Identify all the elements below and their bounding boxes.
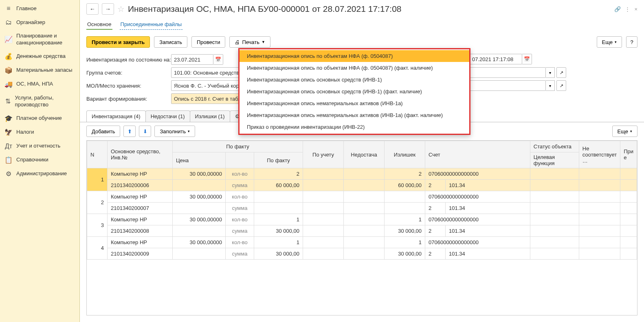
cell-mismatch[interactable] — [579, 168, 620, 180]
sidebar-item-4[interactable]: 📦Материальные запасы — [0, 64, 79, 77]
cell-fact-qty[interactable]: 1 — [254, 237, 303, 248]
cell-asset-inv[interactable]: 2101340200007 — [108, 203, 173, 214]
col-price[interactable]: Цена — [173, 152, 226, 168]
cell-over-qty[interactable]: 2 — [385, 168, 425, 180]
cell-code[interactable]: 07060000000000000 — [425, 168, 530, 180]
cell-acct-sum[interactable] — [303, 248, 344, 260]
cell-over-sum[interactable]: 30 000,00 — [385, 248, 425, 260]
table-row[interactable]: 2 Компьютер HP 30 000,00000 кол-во 07060… — [87, 191, 637, 203]
cell-short-sum[interactable] — [344, 248, 385, 260]
cell-acc-n[interactable]: 2 — [425, 225, 446, 237]
cell-note-2[interactable] — [620, 203, 637, 214]
cell-mismatch[interactable] — [579, 214, 620, 225]
cell-price[interactable]: 30 000,00000 — [173, 237, 226, 248]
cell-fact-qty[interactable]: 2 — [254, 168, 303, 180]
cell-over-sum[interactable] — [385, 203, 425, 214]
cell-mismatch-2[interactable] — [579, 225, 620, 237]
sidebar-item-6[interactable]: ⇅Услуги, работы, производство — [0, 91, 79, 112]
cell-acc[interactable]: 101.34 — [446, 248, 530, 260]
sidebar-item-3[interactable]: 💰Денежные средства — [0, 50, 79, 64]
cell-acc-n[interactable]: 2 — [425, 203, 446, 214]
link-icon[interactable]: 🔗 — [614, 6, 621, 12]
col-status[interactable]: Статус объекта — [530, 141, 579, 152]
cell-acc[interactable]: 101.34 — [446, 203, 530, 214]
cell-acct-qty[interactable] — [303, 237, 344, 248]
cell-acct-qty[interactable] — [303, 191, 344, 203]
col-short[interactable]: Недостача — [344, 141, 385, 168]
print-menu-item-0[interactable]: Инвентаризационная опись по объектам НФА… — [240, 50, 469, 62]
move-down-button[interactable]: ⬇ — [139, 126, 151, 137]
print-menu-item-1[interactable]: Инвентаризационная опись по объектам НФА… — [240, 62, 469, 74]
sidebar-item-10[interactable]: 📋Справочники — [0, 153, 79, 167]
cell-price[interactable]: 30 000,00000 — [173, 191, 226, 203]
col-asset[interactable]: Основное средство, Инв.№ — [108, 141, 173, 168]
cell-acc-n[interactable]: 2 — [425, 248, 446, 260]
print-menu-item-4[interactable]: Инвентаризационная опись нематериальных … — [240, 97, 469, 109]
col-target[interactable]: Целевая функция — [530, 152, 579, 168]
cell-over-qty[interactable]: 1 — [385, 214, 425, 225]
col-mismatch[interactable]: Не соответствует … — [579, 141, 620, 168]
cell-note[interactable] — [620, 237, 637, 248]
table-row[interactable]: 4 Компьютер HP 30 000,00000 кол-во 1 1 0… — [87, 237, 637, 248]
cell-acct-sum[interactable] — [303, 225, 344, 237]
group-open-button[interactable]: ↗ — [556, 67, 566, 78]
cell-code[interactable]: 07060000000000000 — [425, 237, 530, 248]
cell-acc-n[interactable]: 2 — [425, 180, 446, 191]
cell-code[interactable]: 07060000000000000 — [425, 191, 530, 203]
kebab-icon[interactable]: ⋮ — [625, 6, 630, 12]
sidebar-item-2[interactable]: 📈Планирование и санкционирование — [0, 29, 79, 50]
sidebar-item-8[interactable]: 🦅Налоги — [0, 126, 79, 139]
nav-back-button[interactable]: ← — [86, 3, 99, 15]
cell-acct-sum[interactable] — [303, 203, 344, 214]
mol-open-button[interactable]: ↗ — [556, 80, 566, 91]
cell-short-sum[interactable] — [344, 180, 385, 191]
cell-note-2[interactable] — [620, 180, 637, 191]
cell-acct-sum[interactable] — [303, 180, 344, 191]
cell-note[interactable] — [620, 191, 637, 203]
table-row[interactable]: 2101340200008 сумма 30 000,00 30 000,00 … — [87, 225, 637, 237]
cell-acc[interactable]: 101.34 — [446, 180, 530, 191]
cell-asset-name[interactable]: Компьютер HP — [108, 237, 173, 248]
cell-target[interactable] — [530, 248, 579, 260]
cell-mismatch-2[interactable] — [579, 248, 620, 260]
cell-asset-inv[interactable]: 2101340200006 — [108, 180, 173, 191]
close-icon[interactable]: × — [634, 6, 637, 12]
subtab-shortages[interactable]: Недостачи (1) — [145, 110, 190, 122]
move-up-button[interactable]: ⬆ — [123, 126, 136, 137]
tab-main[interactable]: Основное — [86, 20, 112, 30]
cell-price-2[interactable] — [173, 248, 226, 260]
col-over[interactable]: Излишек — [385, 141, 425, 168]
cell-acct-qty[interactable] — [303, 168, 344, 180]
cell-price-2[interactable] — [173, 203, 226, 214]
doc-date-input[interactable]: 07.2021 17:17:08 — [469, 54, 522, 64]
table-row[interactable]: 2101340200007 сумма 2 101.34 — [87, 203, 637, 214]
cell-n[interactable]: 2 — [87, 191, 108, 214]
cell-n[interactable]: 3 — [87, 214, 108, 237]
col-account[interactable]: Счет — [425, 141, 530, 168]
sidebar-item-9[interactable]: ДтУчет и отчетность — [0, 139, 79, 153]
cell-mismatch-2[interactable] — [579, 180, 620, 191]
print-button[interactable]: 🖨 Печать ▼ — [229, 36, 270, 48]
cell-mismatch[interactable] — [579, 237, 620, 248]
print-menu-item-3[interactable]: Инвентаризационная опись основных средст… — [240, 86, 469, 97]
post-and-close-button[interactable]: Провести и закрыть — [86, 36, 150, 48]
asof-input[interactable]: 23.07.2021 — [171, 54, 213, 65]
cell-fact-sum[interactable]: 30 000,00 — [254, 225, 303, 237]
cell-fact-sum[interactable] — [254, 203, 303, 214]
cell-acct-qty[interactable] — [303, 214, 344, 225]
cell-status[interactable] — [530, 237, 579, 248]
cell-code[interactable]: 07060000000000000 — [425, 214, 530, 225]
cell-status[interactable] — [530, 214, 579, 225]
col-rowtype[interactable] — [226, 152, 254, 168]
cell-short-qty[interactable] — [344, 168, 385, 180]
cell-short-sum[interactable] — [344, 203, 385, 214]
sidebar-item-1[interactable]: 🗂Органайзер — [0, 15, 79, 29]
cell-fact-qty[interactable] — [254, 191, 303, 203]
cell-short-qty[interactable] — [344, 237, 385, 248]
add-row-button[interactable]: Добавить — [86, 126, 120, 137]
col-acct-group[interactable]: По учету — [303, 141, 344, 168]
mol-select-button[interactable]: ▾ — [546, 80, 555, 91]
cell-short-qty[interactable] — [344, 191, 385, 203]
variant-input[interactable]: Опись с 2018 г. Счет в табл — [171, 93, 240, 104]
col-note[interactable]: При е — [620, 141, 637, 168]
